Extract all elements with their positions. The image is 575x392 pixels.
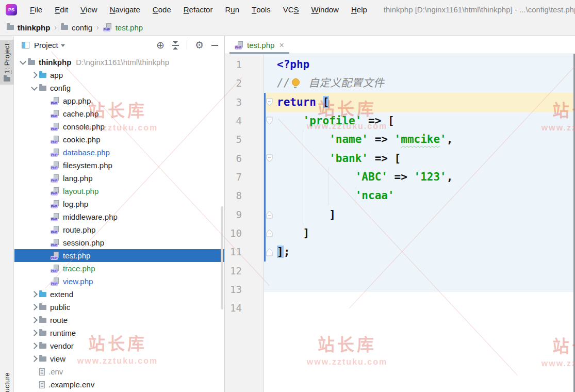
breadcrumb-item-config[interactable]: config [61, 23, 92, 32]
menu-run[interactable]: Run [219, 0, 245, 19]
breadcrumb-item-thinkphp[interactable]: thinkphp [7, 23, 50, 32]
line-number[interactable]: 10 [225, 224, 264, 242]
tree-row-cache-php[interactable]: PHPcache.php [14, 107, 224, 120]
collapse-all-icon[interactable] [172, 41, 179, 50]
menu-code[interactable]: Code [146, 0, 177, 19]
tree-expand-arrow-icon[interactable] [29, 344, 39, 348]
project-panel-title[interactable]: Project [34, 41, 58, 50]
tree-row-session-php[interactable]: PHPsession.php [14, 236, 224, 249]
tree-row-database-php[interactable]: PHPdatabase.php [14, 146, 224, 159]
line-number[interactable]: 12 [225, 262, 264, 280]
line-number[interactable]: 3 [225, 93, 264, 111]
line-number[interactable]: 8 [225, 186, 264, 205]
tree-row-app-php[interactable]: PHPapp.php [14, 94, 224, 107]
tree-row-lang-php[interactable]: PHPlang.php [14, 172, 224, 185]
line-number[interactable]: 5 [225, 130, 264, 149]
tab-close-icon[interactable]: × [279, 41, 284, 50]
breadcrumb: thinkphp›config›PHPtest.php [0, 19, 575, 36]
folder-icon [39, 86, 46, 91]
tree-expand-arrow-icon[interactable] [29, 318, 39, 322]
tree-row-extend[interactable]: extend [14, 288, 224, 301]
tree-collapse-arrow-icon[interactable] [29, 87, 39, 90]
line-number[interactable]: 7 [225, 168, 264, 186]
tree-row-route-php[interactable]: PHProute.php [14, 223, 224, 236]
code-editor[interactable]: 1234567891011121314 <?php// 自定义配置文件retur… [225, 54, 575, 392]
code-line-1[interactable]: <?php [277, 55, 575, 74]
line-number[interactable]: 13 [225, 280, 264, 299]
fold-region-end-icon[interactable] [266, 210, 273, 219]
line-number[interactable]: 1 [225, 55, 264, 74]
code-line-3[interactable]: return [ [277, 93, 575, 111]
menu-view[interactable]: View [74, 0, 104, 19]
line-number[interactable]: 11 [225, 242, 264, 261]
stripe-button-structure[interactable]: Structure [0, 372, 14, 392]
settings-gear-icon[interactable]: ⚙ [195, 40, 204, 50]
tree-row-thinkphp[interactable]: thinkphpD:\nginx1161\html\thinkphp [14, 56, 224, 69]
code-line-7[interactable]: 'ABC' => '123', [277, 168, 575, 186]
tree-row-console-php[interactable]: PHPconsole.php [14, 120, 224, 133]
menu-window[interactable]: Window [305, 0, 345, 19]
tree-expand-arrow-icon[interactable] [29, 292, 39, 297]
fold-region-start-icon[interactable] [266, 154, 273, 162]
tree-row-view-php[interactable]: PHPview.php [14, 275, 224, 288]
tree-row-middleware-php[interactable]: PHPmiddleware.php [14, 210, 224, 223]
tree-expand-arrow-icon[interactable] [29, 356, 39, 361]
tree-row-public[interactable]: public [14, 301, 224, 314]
tree-row-config[interactable]: config [14, 81, 224, 94]
code-line-4[interactable]: 'profile' => [ [277, 111, 575, 130]
menu-refactor[interactable]: Refactor [177, 0, 219, 19]
chevron-down-icon[interactable] [61, 44, 65, 47]
code-line-9[interactable]: ] [277, 205, 575, 224]
fold-region-start-icon[interactable] [266, 98, 273, 106]
menu-navigate[interactable]: Navigate [104, 0, 146, 19]
menu-tools[interactable]: Tools [245, 0, 277, 19]
tree-row-vendor[interactable]: vendor [14, 339, 224, 352]
code-line-5[interactable]: 'name' => 'mmcike', [277, 130, 575, 149]
tree-row-log-php[interactable]: PHPlog.php [14, 198, 224, 210]
tree-row-runtime[interactable]: runtime [14, 326, 224, 339]
tree-row-test-php[interactable]: PHPtest.php [14, 249, 224, 262]
code-line-12[interactable] [277, 262, 575, 280]
hide-panel-icon[interactable] [211, 45, 218, 46]
code-line-14[interactable] [277, 299, 575, 317]
tree-row-app[interactable]: app [14, 69, 224, 81]
select-opened-file-icon[interactable]: ⊕ [156, 40, 165, 50]
tree-row--env[interactable]: .env [14, 365, 224, 378]
tree-row-cookie-php[interactable]: PHPcookie.php [14, 133, 224, 146]
tree-row--example-env[interactable]: .example.env [14, 378, 224, 391]
code-line-11[interactable]: ]; [277, 242, 575, 261]
line-number[interactable]: 6 [225, 149, 264, 168]
tree-collapse-arrow-icon[interactable] [18, 61, 28, 64]
code-line-13[interactable] [277, 280, 575, 299]
line-number[interactable]: 4 [225, 111, 264, 130]
menu-edit[interactable]: Edit [48, 0, 74, 19]
code-line-8[interactable]: 'ncaa' [277, 186, 575, 205]
project-scrollbar[interactable] [221, 206, 223, 309]
tree-expand-arrow-icon[interactable] [29, 305, 39, 309]
breadcrumb-item-test-php[interactable]: PHPtest.php [103, 23, 143, 32]
code-line-2[interactable]: // 自定义配置文件 [277, 74, 575, 92]
line-number[interactable]: 14 [225, 299, 264, 317]
code-token [277, 152, 329, 165]
tree-row-trace-php[interactable]: PHPtrace.php [14, 262, 224, 275]
fold-region-start-icon[interactable] [266, 117, 273, 125]
tree-expand-arrow-icon[interactable] [29, 331, 39, 335]
tree-row-view[interactable]: view [14, 352, 224, 365]
menu-file[interactable]: File [24, 0, 48, 19]
tree-row-filesystem-php[interactable]: PHPfilesystem.php [14, 159, 224, 172]
intention-lightbulb-icon[interactable] [292, 78, 300, 86]
fold-region-end-icon[interactable] [266, 248, 273, 256]
tree-expand-arrow-icon[interactable] [29, 73, 39, 77]
menu-vcs[interactable]: VCS [277, 0, 305, 19]
fold-region-end-icon[interactable] [266, 229, 273, 237]
source-folder-icon [39, 73, 46, 78]
line-number[interactable]: 9 [225, 205, 264, 224]
tab-test-php[interactable]: PHP test.php × [229, 36, 289, 54]
tree-row-layout-php[interactable]: PHPlayout.php [14, 185, 224, 198]
stripe-button-project[interactable]: 1: Project [0, 40, 14, 85]
tree-row-route[interactable]: route [14, 314, 224, 326]
code-line-6[interactable]: 'bank' => [ [277, 149, 575, 168]
line-number[interactable]: 2 [225, 74, 264, 92]
menu-help[interactable]: Help [345, 0, 373, 19]
code-line-10[interactable]: ] [277, 224, 575, 242]
